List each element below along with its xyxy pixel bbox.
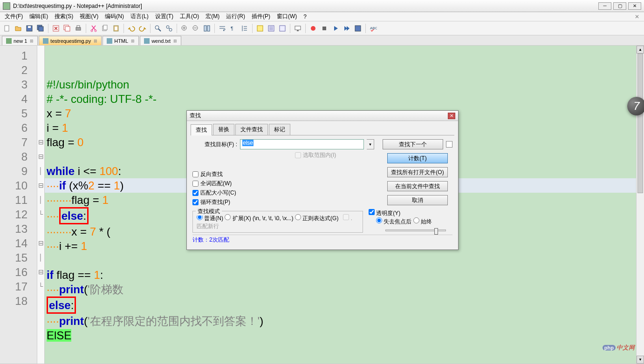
menu-bar: 文件(F) 编辑(E) 搜索(S) 视图(V) 编码(N) 语言(L) 设置(T… (0, 12, 644, 21)
dialog-tab-replace[interactable]: 替换 (213, 124, 234, 135)
indent-guide-icon[interactable] (240, 23, 250, 34)
tab-close-icon[interactable]: ⊠ (30, 39, 34, 43)
svg-text:¶: ¶ (231, 26, 233, 31)
find-dropdown-icon[interactable]: ▼ (367, 139, 374, 149)
find-input[interactable]: else (240, 139, 364, 149)
dialog-titlebar[interactable]: 查找 ✕ (187, 111, 458, 121)
menu-window[interactable]: 窗口(W) (274, 12, 300, 21)
svg-rect-27 (295, 26, 301, 30)
file-tab[interactable]: new 1⊠ (2, 36, 38, 45)
cut-icon[interactable] (89, 23, 99, 34)
svg-rect-8 (76, 27, 81, 30)
file-tab[interactable]: testrequestimg.py⊠ (39, 36, 102, 45)
all-chars-icon[interactable]: ¶ (228, 23, 239, 34)
watermark: php中文网 (603, 344, 635, 352)
backward-option[interactable]: 反向查找 (192, 170, 286, 178)
save-icon[interactable] (24, 23, 34, 34)
tab-close-icon[interactable]: ⊠ (94, 39, 97, 43)
file-tab[interactable]: wend.txt⊠ (140, 36, 181, 45)
menu-macro[interactable]: 宏(M) (203, 12, 222, 21)
minimize-button[interactable]: ─ (598, 2, 611, 10)
dialog-tab-findfiles[interactable]: 文件查找 (235, 124, 268, 135)
find-all-open-button[interactable]: 查找所有打开文件(O) (387, 167, 448, 177)
file-icon (144, 38, 150, 44)
wordwrap-icon[interactable] (217, 23, 227, 34)
menu-encoding[interactable]: 编码(N) (102, 12, 127, 21)
scroll-thumb[interactable] (637, 54, 643, 193)
undo-icon[interactable] (126, 23, 137, 34)
mode-normal[interactable]: 普通(N) (197, 215, 223, 222)
transparency-slider[interactable] (385, 229, 446, 231)
scroll-up-icon[interactable]: ▲ (637, 46, 644, 54)
svg-rect-22 (207, 26, 210, 31)
close-button[interactable]: ✕ (628, 2, 641, 10)
find-input-value: else (242, 140, 253, 146)
tab-close-icon[interactable]: ⊠ (131, 39, 135, 43)
play-multi-icon[interactable] (342, 23, 352, 34)
mode-extended[interactable]: 扩展(X) (\n, \r, \t, \0, \x...) (225, 215, 293, 222)
menu-run[interactable]: 运行(R) (223, 12, 248, 21)
svg-rect-21 (204, 26, 206, 31)
zoom-out-icon[interactable] (191, 23, 201, 34)
close-file-icon[interactable] (51, 23, 61, 34)
replace-icon[interactable] (164, 23, 174, 34)
copy-icon[interactable] (100, 23, 110, 34)
menu-file[interactable]: 文件(F) (2, 12, 26, 21)
save-macro-icon[interactable] (353, 23, 363, 34)
dialog-tab-mark[interactable]: 标记 (269, 124, 290, 135)
transparency-enable[interactable]: 透明度(Y) (369, 210, 400, 216)
new-file-icon[interactable] (2, 23, 12, 34)
paste-icon[interactable] (111, 23, 121, 34)
menu-view[interactable]: 视图(V) (77, 12, 101, 21)
menu-help[interactable]: ? (301, 13, 309, 21)
in-range-checkbox (295, 152, 301, 158)
menu-search[interactable]: 搜索(S) (52, 12, 76, 21)
matchcase-option[interactable]: 匹配大小写(C) (192, 189, 286, 197)
monitor-icon[interactable] (293, 23, 303, 34)
find-icon[interactable] (153, 23, 163, 34)
file-tab[interactable]: HTML⊠ (103, 36, 139, 45)
find-next-button[interactable]: 查找下一个 (383, 139, 443, 149)
cancel-button[interactable]: 取消 (387, 195, 448, 205)
transparency-onlose[interactable]: 失去焦点后 (376, 218, 411, 225)
menu-language[interactable]: 语言(L) (128, 12, 151, 21)
wholeword-option[interactable]: 全词匹配(W) (192, 180, 286, 188)
sync-scroll-icon[interactable] (202, 23, 212, 34)
line-number-gutter: 123456789101112131415161718 (0, 46, 37, 364)
find-all-current-button[interactable]: 在当前文件中查找 (387, 181, 448, 191)
search-mode-group: 查找模式 普通(N) 扩展(X) (\n, \r, \t, \0, \x...)… (192, 211, 363, 233)
menu-settings[interactable]: 设置(T) (152, 12, 176, 21)
file-tab-label: testrequestimg.py (50, 38, 91, 44)
close-doc-icon[interactable]: ✕ (632, 13, 642, 20)
print-icon[interactable] (73, 23, 83, 34)
dialog-close-button[interactable]: ✕ (448, 113, 455, 119)
play-macro-icon[interactable] (330, 23, 341, 34)
svg-rect-7 (65, 27, 70, 31)
redo-icon[interactable] (137, 23, 148, 34)
find-next-aux-checkbox[interactable] (446, 141, 452, 148)
zoom-in-icon[interactable] (179, 23, 190, 34)
save-all-icon[interactable] (35, 23, 46, 34)
transparency-always[interactable]: 始终 (413, 218, 432, 225)
close-all-icon[interactable] (62, 23, 72, 34)
menu-tools[interactable]: 工具(O) (177, 12, 202, 21)
spellcheck-icon[interactable]: ABC (368, 23, 378, 34)
count-button[interactable]: 计数(T) (387, 153, 448, 163)
open-file-icon[interactable] (13, 23, 23, 34)
tab-close-icon[interactable]: ⊠ (173, 39, 177, 43)
func-list-icon[interactable] (266, 23, 276, 34)
maximize-button[interactable]: ▢ (613, 2, 626, 10)
toolbar: ¶ ABC (0, 21, 644, 35)
dialog-tab-find[interactable]: 查找 (191, 124, 212, 135)
doc-map-icon[interactable] (255, 23, 265, 34)
folder-panel-icon[interactable] (277, 23, 288, 34)
vertical-scrollbar[interactable]: ▲ ▼ (636, 46, 644, 364)
scroll-down-icon[interactable]: ▼ (637, 356, 644, 364)
file-tab-bar: new 1⊠ testrequestimg.py⊠ HTML⊠ wend.txt… (0, 35, 644, 46)
menu-edit[interactable]: 编辑(E) (27, 12, 51, 21)
stop-macro-icon[interactable] (319, 23, 329, 34)
record-macro-icon[interactable] (308, 23, 318, 34)
menu-plugins[interactable]: 插件(P) (249, 12, 273, 21)
fold-column[interactable]: ⊟⊟│⊟│└⊟│⊟└ (37, 46, 45, 364)
wrap-option[interactable]: 循环查找(P) (192, 198, 286, 206)
